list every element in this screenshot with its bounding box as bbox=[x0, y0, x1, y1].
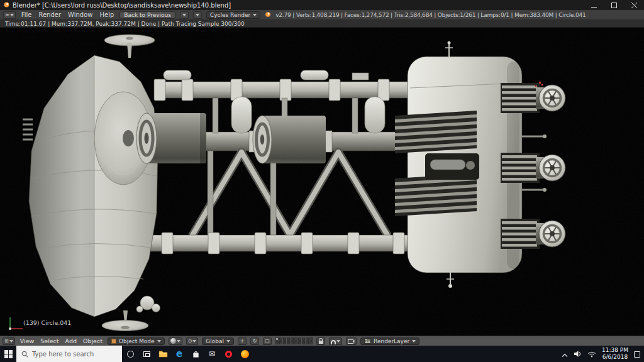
menu-view[interactable]: View bbox=[19, 337, 36, 344]
layer-cell[interactable] bbox=[275, 337, 279, 341]
render-engine-dropdown[interactable]: Cycles Render bbox=[206, 11, 260, 19]
menu-render[interactable]: Render bbox=[37, 11, 62, 18]
close-button[interactable] bbox=[624, 0, 644, 10]
volume-button[interactable] bbox=[574, 348, 582, 360]
edge-icon: e bbox=[176, 349, 182, 359]
viewport-3d[interactable]: (139) Circle.041 bbox=[0, 28, 644, 336]
mode-dropdown[interactable]: Object Mode bbox=[108, 337, 165, 345]
image-icon bbox=[364, 338, 371, 344]
render-engine-value: Cycles Render bbox=[210, 12, 250, 18]
layer-cell[interactable] bbox=[275, 341, 279, 344]
opera-button[interactable] bbox=[220, 346, 236, 362]
back-to-previous-button[interactable]: Back to Previous bbox=[119, 11, 175, 19]
layer-cell[interactable] bbox=[283, 337, 286, 341]
lock-button[interactable] bbox=[316, 337, 325, 345]
manipulator-rotate-button[interactable]: ↻ bbox=[250, 337, 259, 345]
scene-statistics: v2.79 | Verts:1,408,219 | Faces:1,274,57… bbox=[275, 12, 586, 18]
minimize-button[interactable] bbox=[584, 0, 604, 10]
task-view-button[interactable] bbox=[138, 346, 155, 362]
render-status-bar: Time:01:11.67 | Mem:337.72M, Peak:337.72… bbox=[0, 20, 644, 28]
layer-cell[interactable] bbox=[302, 341, 305, 344]
chevron-down-icon bbox=[177, 340, 180, 343]
layer-cell[interactable] bbox=[298, 341, 301, 344]
editor-type-info-button[interactable]: ≡ bbox=[3, 11, 16, 19]
clock-time: 11:38 PM bbox=[602, 347, 628, 354]
render-result-spaceship bbox=[0, 28, 644, 336]
screen-layout-dropdown[interactable] bbox=[180, 11, 189, 19]
opera-icon bbox=[225, 351, 232, 358]
maximize-button[interactable] bbox=[604, 0, 624, 10]
firefox-icon bbox=[241, 350, 249, 358]
mail-button[interactable]: ✉ bbox=[204, 346, 220, 362]
layers-widget[interactable] bbox=[275, 337, 313, 344]
windows-logo-icon bbox=[4, 350, 13, 358]
layer-cell[interactable] bbox=[302, 337, 305, 341]
layer-cell[interactable] bbox=[309, 341, 313, 344]
manipulator-scale-button[interactable]: □ bbox=[263, 337, 272, 345]
start-button[interactable] bbox=[0, 346, 16, 362]
tray-expand-button[interactable] bbox=[562, 348, 568, 360]
layer-cell[interactable] bbox=[283, 341, 286, 344]
object-mode-icon bbox=[111, 339, 116, 344]
snap-button[interactable] bbox=[329, 337, 342, 345]
chevron-down-icon bbox=[10, 14, 14, 16]
system-tray: 11:38 PM 6/6/2018 bbox=[558, 346, 644, 362]
layer-cell[interactable] bbox=[291, 341, 294, 344]
layer-cell[interactable] bbox=[287, 341, 290, 344]
chevron-down-icon bbox=[226, 340, 230, 343]
action-center-button[interactable] bbox=[634, 348, 640, 360]
manipulator-translate-button[interactable]: + bbox=[238, 337, 247, 345]
scene-dropdown[interactable] bbox=[193, 11, 202, 19]
chevron-down-icon bbox=[9, 340, 13, 343]
network-button[interactable] bbox=[587, 348, 596, 360]
chevron-down-icon bbox=[253, 14, 257, 16]
file-explorer-button[interactable] bbox=[155, 346, 171, 362]
render-layer-dropdown[interactable]: RenderLayer bbox=[360, 337, 419, 345]
chevron-down-icon bbox=[336, 340, 340, 343]
layer-cell[interactable] bbox=[279, 341, 282, 344]
edge-button[interactable]: e bbox=[171, 346, 187, 362]
camera-icon bbox=[348, 339, 355, 344]
taskbar-clock[interactable]: 11:38 PM 6/6/2018 bbox=[602, 347, 628, 361]
layer-cell[interactable] bbox=[306, 341, 309, 344]
layer-cell[interactable] bbox=[291, 337, 294, 341]
viewport-shading-dropdown[interactable] bbox=[169, 337, 182, 345]
menu-window[interactable]: Window bbox=[67, 11, 94, 18]
chevron-up-icon bbox=[562, 353, 568, 358]
render-layer-value: RenderLayer bbox=[374, 338, 409, 344]
render-status-text: Time:01:11.67 | Mem:337.72M, Peak:337.72… bbox=[5, 21, 245, 27]
layer-cell[interactable] bbox=[298, 337, 301, 341]
menu-add[interactable]: Add bbox=[64, 337, 78, 344]
layer-cell[interactable] bbox=[309, 337, 313, 341]
window-title: Blender* [C:\Users\lord russ\Desktop\san… bbox=[13, 2, 231, 9]
transform-orientation-dropdown[interactable]: Global bbox=[202, 337, 234, 345]
minimize-icon bbox=[591, 3, 597, 8]
firefox-button[interactable] bbox=[236, 346, 253, 362]
opengl-render-button[interactable] bbox=[346, 337, 357, 345]
cortana-button[interactable] bbox=[122, 346, 138, 362]
notification-icon bbox=[634, 351, 640, 358]
layer-cell[interactable] bbox=[306, 337, 309, 341]
lock-icon bbox=[319, 341, 323, 344]
chevron-down-icon bbox=[182, 14, 186, 16]
menu-select[interactable]: Select bbox=[39, 337, 60, 344]
pivot-center-dropdown[interactable]: ⊙ bbox=[186, 337, 199, 345]
menu-file[interactable]: File bbox=[20, 11, 33, 18]
store-button[interactable] bbox=[187, 346, 204, 362]
layer-cell[interactable] bbox=[294, 337, 297, 341]
editor-type-3dview-button[interactable]: ⊞ bbox=[3, 337, 15, 345]
menu-object[interactable]: Object bbox=[82, 337, 104, 344]
window-titlebar: Blender* [C:\Users\lord russ\Desktop\san… bbox=[0, 0, 644, 10]
folder-icon bbox=[158, 350, 168, 358]
chevron-down-icon bbox=[157, 340, 161, 343]
taskbar-search-input[interactable]: Type here to search bbox=[16, 346, 122, 362]
chevron-down-icon bbox=[192, 340, 196, 343]
search-placeholder: Type here to search bbox=[32, 351, 94, 358]
layer-cell[interactable] bbox=[279, 337, 282, 341]
orientation-value: Global bbox=[206, 338, 224, 344]
menu-help[interactable]: Help bbox=[98, 11, 115, 18]
layer-cell[interactable] bbox=[287, 337, 290, 341]
back-to-previous-label: Back to Previous bbox=[124, 12, 171, 18]
blender-window: Blender* [C:\Users\lord russ\Desktop\san… bbox=[0, 0, 644, 362]
layer-cell[interactable] bbox=[294, 341, 297, 344]
